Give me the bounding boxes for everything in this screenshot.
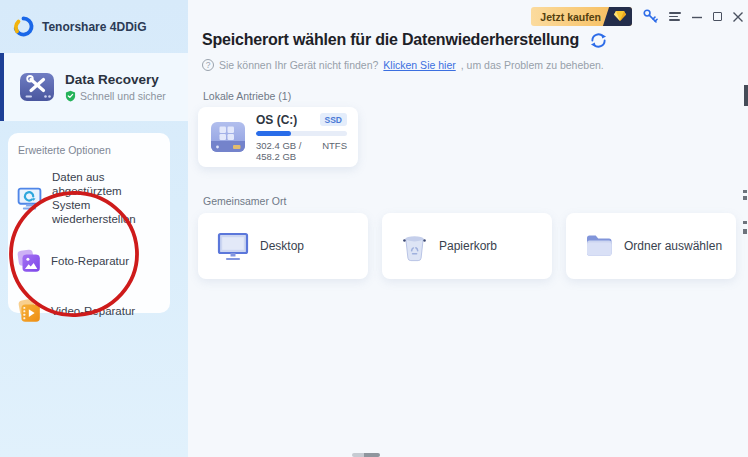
shield-check-icon (65, 90, 76, 102)
location-card-choose-folder[interactable]: Ordner auswählen (566, 213, 736, 279)
hard-drive-icon (209, 121, 247, 153)
maximize-icon (713, 12, 722, 21)
logo: Tenorshare 4DDiG (0, 0, 188, 53)
sidebar-item-photo-repair[interactable]: Foto-Reparatur (8, 248, 170, 274)
main-pane: Jetzt kaufen (188, 0, 748, 457)
close-button[interactable] (732, 11, 744, 23)
location-label: Desktop (260, 239, 304, 253)
help-text-suffix: , um das Problem zu beheben. (461, 59, 604, 71)
key-icon (642, 8, 659, 25)
advanced-options-card: Erweiterte Optionen Daten aus abgestürzt… (8, 133, 170, 313)
advanced-options-label: Erweiterte Optionen (8, 133, 170, 156)
photo-repair-icon (16, 248, 42, 274)
drive-info: OS (C:) SSD 302.4 GB / 458.2 GB NTFS (256, 113, 347, 162)
common-locations-label: Gemeinsamer Ort (203, 195, 286, 207)
edge-artifact (743, 229, 747, 234)
desktop-icon (216, 231, 250, 261)
drive-filesystem: NTFS (322, 140, 347, 162)
sidebar-item-label: Video-Reparatur (51, 304, 161, 318)
ssd-badge: SSD (320, 113, 347, 126)
sidebar: Tenorshare 4DDiG Data Recovery (0, 0, 188, 457)
register-key-button[interactable] (642, 8, 659, 25)
location-card-desktop[interactable]: Desktop (198, 213, 368, 279)
sidebar-item-label: Data Recovery (65, 72, 166, 87)
sidebar-item-label: Foto-Reparatur (51, 254, 161, 268)
help-text-prefix: Sie können Ihr Gerät nicht finden? (219, 59, 378, 71)
video-repair-icon (16, 298, 42, 324)
vertical-scrollbar-thumb[interactable] (744, 85, 748, 106)
edge-artifact (743, 196, 747, 200)
page-title: Speicherort wählen für die Datenwiederhe… (202, 31, 579, 49)
buy-now-button[interactable]: Jetzt kaufen (531, 7, 632, 26)
edge-artifact (743, 190, 747, 193)
minimize-icon (691, 11, 703, 23)
sidebar-item-label: Daten aus abgestürztem System wiederhers… (52, 170, 162, 226)
titlebar-controls: Jetzt kaufen (531, 7, 744, 26)
location-label: Ordner auswählen (624, 239, 722, 253)
app-window: Tenorshare 4DDiG Data Recovery (0, 0, 748, 457)
app-title: Tenorshare 4DDiG (42, 20, 146, 34)
drive-capacity: 302.4 GB / 458.2 GB (256, 140, 322, 162)
location-label: Papierkorb (439, 239, 497, 253)
tenorshare-logo-icon (13, 16, 34, 37)
drive-usage-bar (256, 131, 347, 136)
help-row: ? Sie können Ihr Gerät nicht finden? Kli… (202, 59, 604, 71)
hamburger-icon (669, 10, 681, 23)
location-card-recycle-bin[interactable]: Papierkorb (382, 213, 552, 279)
refresh-icon[interactable] (590, 32, 607, 49)
local-drives-label: Lokale Antriebe (1) (203, 90, 291, 102)
sidebar-item-data-recovery[interactable]: Data Recovery Schnell und sicher (0, 53, 188, 121)
horizontal-scrollbar-thumb[interactable] (352, 453, 380, 457)
drive-name: OS (C:) (256, 113, 297, 127)
data-recovery-texts: Data Recovery Schnell und sicher (65, 72, 166, 102)
menu-button[interactable] (669, 10, 681, 23)
gem-icon (613, 10, 627, 22)
data-recovery-tagline: Schnell und sicher (80, 90, 166, 102)
sidebar-item-crashed-system-recovery[interactable]: Daten aus abgestürztem System wiederhers… (8, 170, 170, 226)
question-icon: ? (202, 59, 214, 71)
minimize-button[interactable] (691, 11, 703, 23)
maximize-button[interactable] (713, 12, 722, 21)
drive-card-os-c[interactable]: OS (C:) SSD 302.4 GB / 458.2 GB NTFS (198, 107, 358, 167)
help-link[interactable]: Klicken Sie hier (383, 59, 455, 71)
drive-usage-fill (256, 131, 291, 136)
common-locations-row: Desktop Papierkorb (198, 213, 736, 279)
sidebar-item-video-repair[interactable]: Video-Reparatur (8, 298, 170, 324)
close-icon (732, 11, 744, 23)
folder-icon (584, 233, 614, 259)
crashed-system-icon (16, 185, 43, 212)
data-recovery-drive-icon (19, 71, 55, 103)
buy-now-label: Jetzt kaufen (540, 11, 601, 23)
edge-artifact (743, 221, 747, 224)
recycle-bin-icon (400, 231, 429, 262)
